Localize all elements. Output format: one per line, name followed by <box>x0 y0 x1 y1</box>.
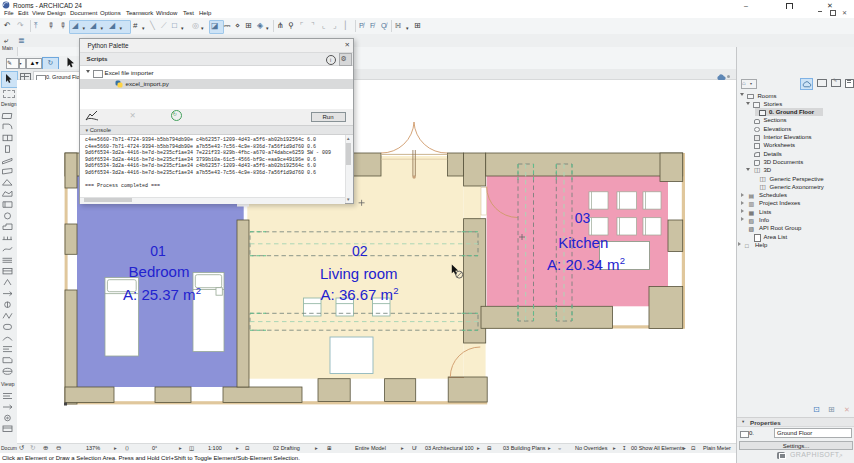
svg-text:Living room: Living room <box>320 265 398 282</box>
svg-text:A: 36.67 m2: A: 36.67 m2 <box>321 285 399 303</box>
svg-text:A: 20.34 m2: A: 20.34 m2 <box>547 255 625 273</box>
svg-text:02: 02 <box>352 243 368 259</box>
svg-text:Bedroom: Bedroom <box>129 263 190 280</box>
svg-text:01: 01 <box>150 243 166 259</box>
svg-text:Kitchen: Kitchen <box>558 234 608 251</box>
svg-text:A: 25.37 m2: A: 25.37 m2 <box>123 285 201 303</box>
svg-text:03: 03 <box>575 210 591 226</box>
